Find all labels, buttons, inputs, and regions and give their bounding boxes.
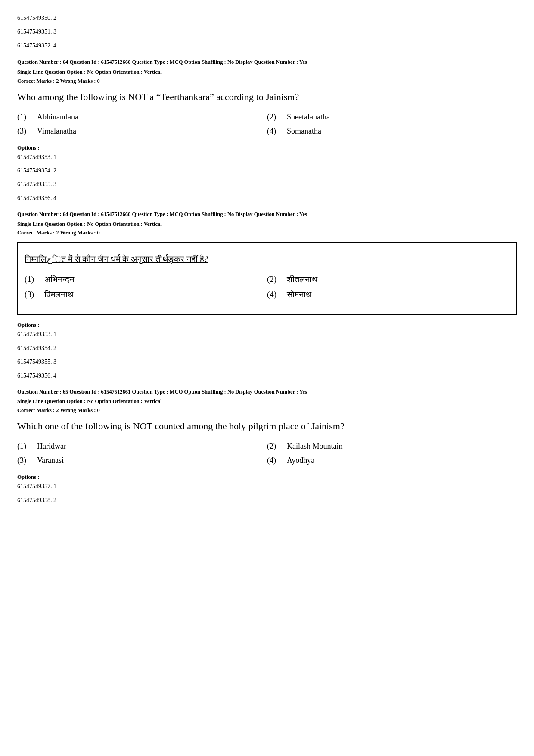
q65-option-4-en: (4) Ayodhya <box>267 456 517 465</box>
q64-option-id-1-hi: 61547549353. 1 <box>17 329 517 340</box>
q64-opt3-num-en: (3) <box>17 127 30 136</box>
q65-option-id-1-en: 61547549357. 1 <box>17 481 517 492</box>
q64-option-id-3-en: 61547549355. 3 <box>17 179 517 190</box>
q65-option-2-en: (2) Kailash Mountain <box>267 442 517 451</box>
q64-option-4-en: (4) Somanatha <box>267 127 517 136</box>
q64-opt2-text-en: Sheetalanatha <box>287 112 330 122</box>
q65-option-1-en: (1) Haridwar <box>17 442 267 451</box>
q64-opt4-num-en: (4) <box>267 127 280 136</box>
q65-option-3-en: (3) Varanasi <box>17 456 267 465</box>
q64-option-id-3-hi: 61547549355. 3 <box>17 357 517 367</box>
q64-option-id-1-en: 61547549353. 1 <box>17 152 517 162</box>
q64-option-id-4-hi: 61547549356. 4 <box>17 371 517 381</box>
q65-opt1-num-en: (1) <box>17 442 30 451</box>
q64-option-3-hi: (3) विमलनाथ <box>25 290 267 300</box>
q64-option-2-hi: (2) शीतलनाथ <box>267 275 509 284</box>
q64-opt4-text-en: Somanatha <box>287 127 321 136</box>
q65-opt4-text-en: Ayodhya <box>287 456 314 465</box>
q65-options-label-en: Options : <box>17 474 517 481</box>
q64-question-text-en: Who among the following is NOT a “Teerth… <box>17 91 517 104</box>
q65-meta-line1-en: Question Number : 65 Question Id : 61547… <box>17 388 517 396</box>
q64-marks-en: Correct Marks : 2 Wrong Marks : 0 <box>17 78 517 84</box>
q64-meta-line2-en: Single Line Question Option : No Option … <box>17 68 517 76</box>
q65-opt4-num-en: (4) <box>267 456 280 465</box>
q64-opt1-text-en: Abhinandana <box>37 112 78 122</box>
q64-hindi-block: Question Number : 64 Question Id : 61547… <box>17 210 517 381</box>
top-options-list: 61547549350. 2 61547549351. 3 6154754935… <box>17 13 517 50</box>
q64-opt3-text-en: Vimalanatha <box>37 127 76 136</box>
q64-option-id-2-hi: 61547549354. 2 <box>17 343 517 353</box>
q64-opt3-text-hi: विमलनाथ <box>44 290 73 300</box>
q64-option-id-4-en: 61547549356. 4 <box>17 193 517 203</box>
q64-option-id-2-en: 61547549354. 2 <box>17 166 517 176</box>
q64-meta-line1-en: Question Number : 64 Question Id : 61547… <box>17 58 517 66</box>
q65-question-text-en: Which one of the following is NOT counte… <box>17 420 517 433</box>
q64-options-label-en: Options : <box>17 144 517 151</box>
q65-opt2-num-en: (2) <box>267 442 280 451</box>
q65-options-grid-en: (1) Haridwar (2) Kailash Mountain (3) Va… <box>17 442 517 465</box>
q64-opt4-num-hi: (4) <box>267 290 280 299</box>
q64-opt1-num-en: (1) <box>17 112 30 122</box>
q64-opt1-text-hi: अभिनन्दन <box>44 275 74 284</box>
q64-meta-line2-hi: Single Line Question Option : No Option … <box>17 220 517 228</box>
q64-hindi-box: निम्नलिحित में से कौन जैन धर्म के अनुसार… <box>17 242 517 315</box>
q64-option-4-hi: (4) सोमनाथ <box>267 290 509 300</box>
q64-option-1-hi: (1) अभिनन्दन <box>25 275 267 284</box>
q64-meta-line1-hi: Question Number : 64 Question Id : 61547… <box>17 210 517 219</box>
top-option-1: 61547549350. 2 <box>17 13 517 23</box>
q65-opt3-text-en: Varanasi <box>37 456 64 465</box>
q65-opt2-text-en: Kailash Mountain <box>287 442 342 451</box>
top-option-2: 61547549351. 3 <box>17 27 517 37</box>
q65-opt3-num-en: (3) <box>17 456 30 465</box>
q64-opt2-num-en: (2) <box>267 112 280 122</box>
q65-meta-line2-en: Single Line Question Option : No Option … <box>17 397 517 406</box>
q64-option-2-en: (2) Sheetalanatha <box>267 112 517 122</box>
q64-question-text-hi: निम्नलिحित में से कौन जैन धर्म के अनुसार… <box>25 252 509 266</box>
q64-english-block: Question Number : 64 Question Id : 61547… <box>17 58 517 203</box>
q64-opt2-text-hi: शीतलनाथ <box>287 275 317 284</box>
q65-opt1-text-en: Haridwar <box>37 442 66 451</box>
q64-opt3-num-hi: (3) <box>25 290 37 299</box>
q64-option-1-en: (1) Abhinandana <box>17 112 267 122</box>
q64-options-label-hi: Options : <box>17 322 517 328</box>
q65-option-id-2-en: 61547549358. 2 <box>17 495 517 506</box>
q64-opt4-text-hi: सोमनाथ <box>287 290 311 300</box>
q64-options-grid-hi: (1) अभिनन्दन (2) शीतलनाथ (3) विमलनाथ (4)… <box>25 275 509 300</box>
q64-opt1-num-hi: (1) <box>25 275 37 284</box>
q65-english-block: Question Number : 65 Question Id : 61547… <box>17 388 517 506</box>
top-option-3: 61547549352. 4 <box>17 41 517 51</box>
q64-opt2-num-hi: (2) <box>267 275 280 284</box>
q65-marks-en: Correct Marks : 2 Wrong Marks : 0 <box>17 407 517 414</box>
q64-option-3-en: (3) Vimalanatha <box>17 127 267 136</box>
q64-marks-hi: Correct Marks : 2 Wrong Marks : 0 <box>17 230 517 236</box>
q64-options-grid-en: (1) Abhinandana (2) Sheetalanatha (3) Vi… <box>17 112 517 136</box>
